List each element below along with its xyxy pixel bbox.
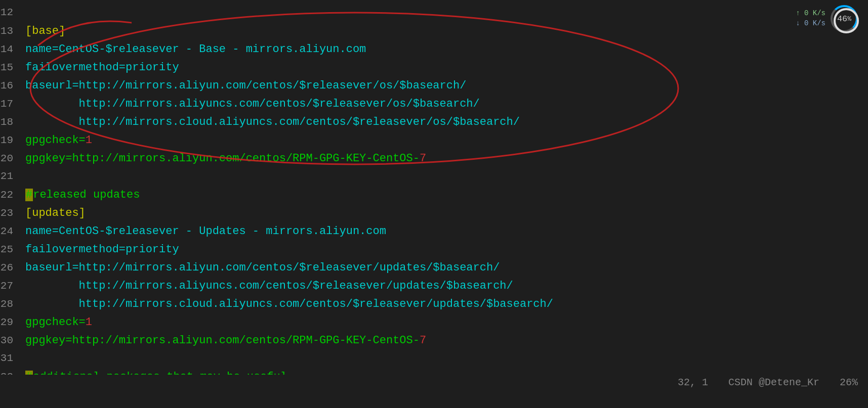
line-number: 24 (0, 223, 25, 240)
line-number: 13 (0, 23, 25, 40)
code-token: failovermethod=priority (25, 243, 179, 256)
code-token: [updates] (25, 207, 86, 219)
line-content: failovermethod=priority (25, 241, 858, 258)
line-22: 22#released updates (0, 186, 868, 204)
line-content: gpgkey=http://mirrors.aliyun.com/centos/… (25, 150, 858, 167)
svg-point-1 (835, 9, 858, 32)
line-content: gpgcheck=1 (25, 131, 858, 149)
progress-circle: 46% (831, 5, 858, 32)
code-token: baseurl=http://mirrors.aliyun.com/centos… (25, 261, 500, 274)
line-number: 30 (0, 332, 25, 349)
code-token: http://mirrors.aliyuncs.com/centos/$rele… (25, 98, 480, 110)
line-content: baseurl=http://mirrors.aliyun.com/centos… (25, 259, 858, 277)
line-number: 25 (0, 241, 25, 258)
line-23: 23[updates] (0, 204, 868, 222)
code-token: gpgcheck= (25, 134, 86, 147)
line-content: http://mirrors.cloud.aliyuncs.com/centos… (25, 295, 858, 313)
line-19: 19gpgcheck=1 (0, 131, 868, 150)
upload-speed: ↑ 0 K/s (796, 9, 825, 19)
line-14: 14name=CentOS-$releasever - Base - mirro… (0, 40, 868, 59)
line-content: gpgcheck=1 (25, 313, 858, 331)
network-widget: ↑ 0 K/s ↓ 0 K/s 46% (796, 5, 858, 32)
line-number: 17 (0, 96, 25, 113)
line-15: 15failovermethod=priority (0, 59, 868, 77)
line-number: 20 (0, 150, 25, 167)
line-content: name=CentOS-$releasever - Updates - mirr… (25, 222, 858, 240)
code-token: gpgkey=http://mirrors.aliyun.com/centos/… (25, 334, 420, 347)
line-number: 12 (0, 4, 25, 21)
line-number: 16 (0, 77, 25, 95)
line-number: 27 (0, 278, 25, 295)
line-content: #released updates (25, 186, 858, 204)
download-speed: ↓ 0 K/s (796, 19, 825, 29)
line-number: 18 (0, 114, 25, 131)
line-content: [updates] (25, 204, 858, 222)
line-27: 27 http://mirrors.aliyuncs.com/centos/$r… (0, 277, 868, 295)
line-17: 17 http://mirrors.aliyuncs.com/centos/$r… (0, 95, 868, 113)
line-content: baseurl=http://mirrors.aliyun.com/centos… (25, 77, 858, 95)
net-speeds: ↑ 0 K/s ↓ 0 K/s (796, 9, 825, 28)
code-token: gpgkey=http://mirrors.aliyun.com/centos/… (25, 152, 420, 165)
code-token: name=CentOS-$releasever - Updates - mirr… (25, 225, 386, 238)
line-content: [base] (25, 22, 858, 40)
code-token: # (25, 189, 33, 201)
line-31: 31 (0, 350, 868, 368)
line-number: 14 (0, 41, 25, 58)
line-number: 29 (0, 314, 25, 331)
code-token: [base] (25, 25, 65, 37)
code-token: failovermethod=priority (25, 61, 179, 74)
scroll-percent: 26% (840, 377, 858, 388)
line-18: 18 http://mirrors.cloud.aliyuncs.com/cen… (0, 113, 868, 131)
line-number: 31 (0, 350, 25, 367)
code-token: 7 (420, 334, 426, 347)
code-token: http://mirrors.cloud.aliyuncs.com/centos… (25, 116, 520, 128)
code-token: 7 (420, 152, 426, 165)
line-29: 29gpgcheck=1 (0, 313, 868, 332)
line-content: name=CentOS-$releasever - Base - mirrors… (25, 40, 858, 58)
code-token: 1 (86, 316, 92, 329)
line-26: 26baseurl=http://mirrors.aliyun.com/cent… (0, 259, 868, 277)
code-token: baseurl=http://mirrors.aliyun.com/centos… (25, 79, 466, 92)
line-30: 30gpgkey=http://mirrors.aliyun.com/cento… (0, 332, 868, 350)
line-number: 28 (0, 296, 25, 313)
line-12: 12 (0, 4, 868, 22)
code-token: gpgcheck= (25, 316, 86, 329)
line-content: http://mirrors.aliyuncs.com/centos/$rele… (25, 277, 858, 295)
line-number: 19 (0, 132, 25, 149)
line-content: gpgkey=http://mirrors.aliyun.com/centos/… (25, 332, 858, 349)
line-25: 25failovermethod=priority (0, 241, 868, 259)
code-token: released updates (33, 189, 140, 201)
line-13: 13[base] (0, 22, 868, 40)
line-number: 21 (0, 168, 25, 185)
line-16: 16baseurl=http://mirrors.aliyun.com/cent… (0, 77, 868, 95)
code-token: http://mirrors.cloud.aliyuncs.com/centos… (25, 298, 553, 310)
line-21: 21 (0, 168, 868, 186)
line-content: http://mirrors.cloud.aliyuncs.com/centos… (25, 113, 858, 131)
line-content: failovermethod=priority (25, 59, 858, 76)
line-20: 20gpgkey=http://mirrors.aliyun.com/cento… (0, 150, 868, 168)
code-token: name=CentOS-$releasever - Base - mirrors… (25, 43, 366, 56)
site-label: CSDN @Detene_Kr (728, 377, 819, 388)
editor-area: 1213[base]14name=CentOS-$releasever - Ba… (0, 0, 868, 390)
line-number: 26 (0, 259, 25, 277)
line-28: 28 http://mirrors.cloud.aliyuncs.com/cen… (0, 295, 868, 313)
line-number: 15 (0, 59, 25, 76)
line-number: 23 (0, 205, 25, 222)
cursor-position: 32, 1 (678, 377, 708, 388)
code-token: 1 (86, 134, 92, 147)
line-number: 22 (0, 187, 25, 204)
code-token: http://mirrors.aliyuncs.com/centos/$rele… (25, 280, 513, 292)
status-bar: 32, 1 CSDN @Detene_Kr 26% (0, 375, 868, 390)
line-24: 24name=CentOS-$releasever - Updates - mi… (0, 222, 868, 241)
line-content: http://mirrors.aliyuncs.com/centos/$rele… (25, 95, 858, 113)
